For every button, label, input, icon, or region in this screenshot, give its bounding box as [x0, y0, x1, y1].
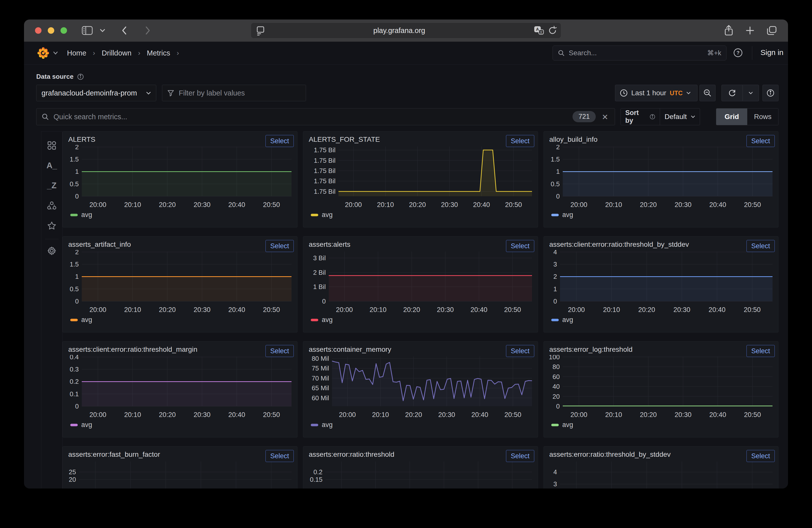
select-button[interactable]: Select	[506, 450, 534, 462]
svg-text:20:30: 20:30	[441, 201, 458, 208]
select-button[interactable]: Select	[265, 240, 294, 252]
svg-text:20:20: 20:20	[159, 201, 176, 208]
browser-window: play.grafana.org A 文	[24, 19, 788, 488]
select-button[interactable]: Select	[506, 240, 534, 252]
info-button[interactable]	[763, 85, 779, 101]
svg-text:1.75 Bil: 1.75 Bil	[314, 167, 335, 175]
info-icon[interactable]	[77, 73, 84, 80]
minimize-window-button[interactable]	[48, 27, 54, 34]
time-range-picker[interactable]: Last 1 hour UTC	[615, 85, 697, 101]
select-button[interactable]: Select	[746, 135, 775, 147]
sidebar-toggle-icon[interactable]	[82, 26, 93, 35]
metric-panel: asserts:error_log:threshold Select 20:00…	[543, 341, 779, 438]
breadcrumb-home[interactable]: Home	[67, 49, 86, 57]
svg-text:1.5: 1.5	[551, 156, 560, 163]
legend-label: avg	[562, 316, 573, 324]
sort-by-select[interactable]: Default	[660, 108, 700, 125]
svg-text:20:50: 20:50	[504, 306, 521, 313]
sign-in-button[interactable]: Sign in	[760, 48, 783, 57]
panel-chart: 20:0020:1020:2020:3020:4020:501008060402…	[548, 355, 774, 420]
chevron-down-icon	[749, 91, 753, 94]
sidebar-favorites-button[interactable]	[47, 218, 56, 234]
select-button[interactable]: Select	[746, 240, 775, 252]
panel-chart: 20:0020:1020:2020:3020:4020:5043210	[548, 250, 774, 314]
help-icon[interactable]: ?	[733, 48, 743, 59]
select-button[interactable]: Select	[506, 135, 534, 147]
datasource-select[interactable]: grafanacloud-demoinfra-prom	[36, 85, 156, 101]
info-icon[interactable]	[650, 114, 655, 120]
global-search-input[interactable]: Search... ⌘+k	[552, 45, 726, 60]
legend-label: avg	[81, 421, 92, 429]
clear-search-icon[interactable]: ✕	[602, 113, 608, 122]
select-button[interactable]: Select	[265, 135, 294, 147]
sidebar-sort-za-button[interactable]: _Z	[47, 177, 57, 193]
legend: avg	[311, 316, 538, 324]
new-tab-icon[interactable]	[745, 26, 754, 35]
reader-view-icon[interactable]	[256, 26, 265, 35]
svg-text:20:10: 20:10	[124, 411, 141, 419]
svg-text:3: 3	[553, 480, 557, 488]
select-button[interactable]: Select	[265, 450, 294, 462]
metric-panel: asserts:error:ratio:threshold Select 20:…	[303, 446, 538, 488]
grafana-logo[interactable]	[38, 47, 58, 59]
svg-text:20:10: 20:10	[605, 411, 622, 419]
close-window-button[interactable]	[35, 27, 42, 34]
svg-text:2: 2	[556, 145, 560, 151]
legend-swatch	[551, 214, 559, 216]
sidebar-groups-button[interactable]	[47, 197, 57, 214]
svg-text:20:50: 20:50	[263, 411, 280, 419]
panel-title: asserts:container_memory	[303, 341, 538, 353]
reload-icon[interactable]	[548, 26, 557, 35]
label-filter-input[interactable]: Filter by label values	[162, 85, 306, 101]
svg-text:60 Mil: 60 Mil	[312, 394, 329, 402]
svg-text:70 Mil: 70 Mil	[312, 375, 329, 382]
select-button[interactable]: Select	[506, 345, 534, 357]
forward-button[interactable]	[145, 26, 150, 35]
svg-text:20:40: 20:40	[709, 201, 726, 208]
tab-overview-icon[interactable]	[767, 26, 777, 35]
back-button[interactable]	[121, 26, 127, 35]
breadcrumb-drilldown[interactable]: Drilldown	[102, 49, 131, 57]
metric-panel: asserts:error:fast_burn_factor Select 20…	[62, 446, 298, 488]
svg-text:1.75 Bil: 1.75 Bil	[314, 157, 335, 164]
breadcrumb-metrics[interactable]: Metrics	[147, 49, 170, 57]
address-bar[interactable]: play.grafana.org A 文	[251, 23, 561, 39]
panel-title: asserts:client:error:ratio:threshold_mar…	[63, 341, 297, 353]
sidebar-sort-az-button[interactable]: A_	[46, 158, 57, 174]
select-button[interactable]: Select	[265, 345, 294, 357]
datasource-label: Data source	[36, 73, 73, 80]
refresh-interval-dropdown[interactable]	[742, 85, 759, 101]
panel-title: asserts:alerts	[303, 236, 538, 249]
select-button[interactable]: Select	[746, 345, 775, 357]
url-text[interactable]: play.grafana.org	[265, 27, 534, 35]
legend-label: avg	[322, 316, 333, 324]
translate-icon[interactable]: A 文	[534, 26, 544, 35]
legend: avg	[70, 211, 297, 219]
quick-search-input[interactable]: Quick search metrics... 721 ✕	[36, 108, 615, 125]
svg-text:20:50: 20:50	[744, 411, 761, 419]
refresh-button[interactable]	[722, 85, 742, 101]
share-icon[interactable]	[724, 25, 734, 36]
svg-text:0: 0	[75, 297, 79, 305]
svg-text:20:40: 20:40	[709, 306, 725, 313]
svg-text:20:50: 20:50	[744, 201, 761, 208]
sidebar-prefix-filter-button[interactable]	[47, 137, 57, 153]
svg-text:20:50: 20:50	[744, 306, 761, 313]
zoom-out-button[interactable]	[699, 85, 715, 101]
zoom-window-button[interactable]	[60, 27, 67, 34]
svg-text:1.5: 1.5	[70, 261, 79, 268]
view-grid-button[interactable]: Grid	[716, 108, 747, 125]
gear-icon	[47, 246, 56, 255]
sidebar-settings-button[interactable]	[47, 243, 56, 259]
svg-text:1 Bil: 1 Bil	[313, 283, 326, 291]
select-button[interactable]: Select	[746, 450, 775, 462]
view-rows-button[interactable]: Rows	[747, 108, 778, 125]
svg-text:0.5: 0.5	[70, 180, 79, 188]
chevron-down-icon[interactable]	[100, 29, 105, 32]
svg-text:0.5: 0.5	[70, 285, 79, 293]
legend-label: avg	[81, 316, 92, 324]
svg-text:20:00: 20:00	[89, 411, 106, 419]
svg-text:100: 100	[549, 355, 560, 361]
metric-panel: asserts:alerts Select 20:0020:1020:2020:…	[303, 236, 538, 333]
svg-text:20:20: 20:20	[405, 411, 422, 419]
